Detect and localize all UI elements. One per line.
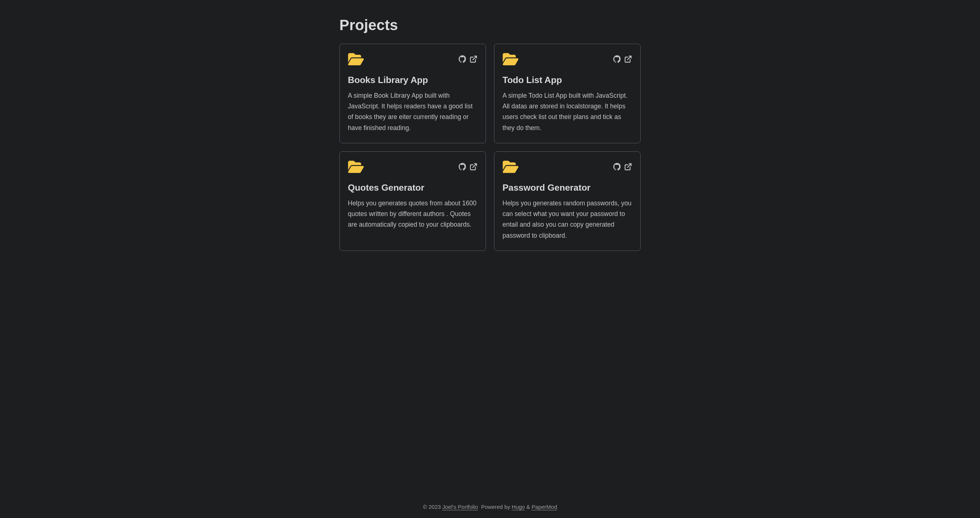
copyright-prefix: © 2023 [423, 504, 442, 510]
project-description: Helps you generates random passwords, yo… [503, 198, 632, 241]
external-link[interactable] [469, 163, 477, 171]
external-link[interactable] [469, 55, 477, 63]
card-header [348, 160, 477, 174]
github-link[interactable] [613, 163, 621, 171]
content-container: Projects Books Library App A simple Book… [339, 0, 641, 491]
github-link[interactable] [458, 163, 466, 171]
card-links [458, 55, 477, 63]
svg-line-3 [627, 164, 631, 167]
card-header [348, 52, 477, 66]
project-card: Books Library App A simple Book Library … [339, 44, 486, 143]
powered-by-prefix: Powered by [481, 504, 512, 510]
card-links [458, 163, 477, 171]
external-link[interactable] [624, 163, 632, 171]
card-links [613, 163, 632, 171]
hugo-link[interactable]: Hugo [512, 504, 525, 510]
folder-open-icon [348, 160, 364, 174]
card-header [503, 52, 632, 66]
svg-line-1 [627, 56, 631, 60]
project-card: Todo List App A simple Todo List App bui… [494, 44, 641, 143]
svg-line-0 [473, 56, 476, 60]
papermod-link[interactable]: PaperMod [531, 504, 557, 510]
card-links [613, 55, 632, 63]
svg-line-2 [473, 164, 476, 167]
project-title: Todo List App [503, 75, 632, 85]
project-description: A simple Book Library App built with Jav… [348, 90, 477, 133]
project-description: A simple Todo List App built with JavaSc… [503, 90, 632, 133]
github-link[interactable] [613, 55, 621, 63]
page-title: Projects [339, 17, 641, 33]
project-card: Password Generator Helps you generates r… [494, 151, 641, 251]
project-title: Books Library App [348, 75, 477, 85]
project-card: Quotes Generator Helps you generates quo… [339, 151, 486, 251]
external-link[interactable] [624, 55, 632, 63]
ampersand: & [525, 504, 531, 510]
projects-grid: Books Library App A simple Book Library … [339, 44, 641, 251]
project-title: Quotes Generator [348, 183, 477, 193]
folder-open-icon [503, 52, 519, 66]
folder-open-icon [503, 160, 519, 174]
project-description: Helps you generates quotes from about 16… [348, 198, 477, 230]
site-footer: © 2023 Joel's Portfolio Powered by Hugo … [0, 491, 980, 518]
project-title: Password Generator [503, 183, 632, 193]
github-link[interactable] [458, 55, 466, 63]
site-name-link[interactable]: Joel's Portfolio [442, 504, 478, 510]
card-header [503, 160, 632, 174]
folder-open-icon [348, 52, 364, 66]
